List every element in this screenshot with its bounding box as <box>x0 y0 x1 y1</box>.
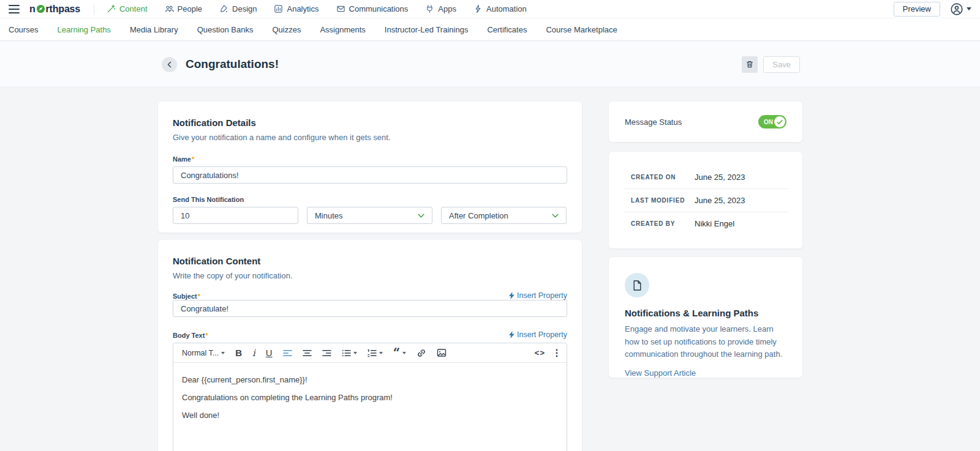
subnav-item-learning-paths[interactable]: Learning Paths <box>57 25 110 34</box>
body-text-label: Body Text* <box>173 332 208 339</box>
primary-nav: Content People Design Analytics Communic… <box>107 4 527 13</box>
required-asterisk: * <box>192 155 194 163</box>
chevron-down-icon <box>221 352 225 354</box>
notification-details-card: Notification Details Give your notificat… <box>158 102 582 233</box>
link-button[interactable] <box>417 348 426 358</box>
bullet-list-button[interactable] <box>342 349 357 357</box>
app-window: n rthpass Content People Design Analytic… <box>0 0 980 451</box>
page-header: Congratulations! Save <box>0 42 980 88</box>
time-unit-select[interactable]: Minutes <box>307 207 432 224</box>
numbered-list-button[interactable] <box>368 349 383 357</box>
message-status-toggle[interactable]: ON <box>758 115 786 129</box>
bolt-icon <box>509 292 514 299</box>
body-text-editor-area[interactable]: Dear {{current_person.first_name}}! Cong… <box>173 363 567 451</box>
editor-paragraph: Well done! <box>182 411 558 420</box>
plug-icon <box>425 4 434 13</box>
compass-icon <box>36 4 45 13</box>
subject-input[interactable] <box>173 300 567 317</box>
name-label: Name* <box>173 155 567 163</box>
align-left-button[interactable] <box>283 349 292 357</box>
rich-text-editor: Normal T... B i U <box>173 343 567 451</box>
check-icon <box>777 119 783 125</box>
required-asterisk: * <box>205 332 208 339</box>
topbar-right-cluster: Preview <box>894 2 971 17</box>
insert-property-link-subject[interactable]: Insert Property <box>509 291 567 300</box>
subnav-item-certificates[interactable]: Certificates <box>487 25 527 34</box>
code-view-button[interactable]: <> <box>535 348 545 357</box>
align-center-button[interactable] <box>303 349 312 357</box>
divider <box>94 4 94 15</box>
account-menu[interactable] <box>950 2 971 16</box>
underline-button[interactable]: U <box>266 348 273 358</box>
card-title: Notification Details <box>173 117 567 128</box>
nav-item-design[interactable]: Design <box>219 4 257 13</box>
required-asterisk: * <box>198 293 200 300</box>
support-info-card: Notifications & Learning Paths Engage an… <box>609 257 802 378</box>
toggle-knob <box>774 116 785 127</box>
italic-button[interactable]: i <box>252 348 255 359</box>
document-icon <box>633 280 642 291</box>
save-button[interactable]: Save <box>763 56 800 73</box>
image-button[interactable] <box>437 348 447 357</box>
numbered-list-icon <box>368 349 377 357</box>
align-right-button[interactable] <box>322 349 331 357</box>
trigger-select[interactable]: After Completion <box>441 207 567 224</box>
trash-icon <box>745 60 754 69</box>
subnav-item-media-library[interactable]: Media Library <box>130 25 178 34</box>
wand-icon <box>107 4 116 13</box>
message-status-card: Message Status ON <box>609 102 802 142</box>
chevron-down-icon <box>402 352 406 354</box>
northpass-logo[interactable]: n rthpass <box>29 4 80 15</box>
send-delay-input[interactable] <box>173 207 298 224</box>
hamburger-menu-icon[interactable] <box>9 5 20 13</box>
top-navigation-bar: n rthpass Content People Design Analytic… <box>0 0 980 18</box>
insert-property-link-body[interactable]: Insert Property <box>509 330 567 339</box>
editor-toolbar: Normal T... B i U <box>173 343 567 363</box>
created-on-row: CREATED ON June 25, 2023 <box>624 165 788 188</box>
paragraph-style-dropdown[interactable]: Normal T... <box>182 349 225 357</box>
logo-text-prefix: n <box>29 4 36 15</box>
nav-item-people[interactable]: People <box>165 4 202 13</box>
bold-button[interactable]: B <box>235 348 242 358</box>
subject-label: Subject* <box>173 293 200 300</box>
quote-icon: “ <box>393 349 401 357</box>
name-input[interactable] <box>173 166 567 184</box>
view-support-article-link[interactable]: View Support Article <box>625 368 696 378</box>
bolt-icon <box>473 4 483 13</box>
subnav-item-question-banks[interactable]: Question Banks <box>197 25 254 34</box>
subnav-item-assignments[interactable]: Assignments <box>320 25 365 34</box>
back-button[interactable] <box>162 57 177 72</box>
notification-content-card: Notification Content Write the copy of y… <box>158 240 582 451</box>
design-icon <box>219 4 228 13</box>
more-options-button[interactable] <box>556 349 558 357</box>
bolt-icon <box>509 331 514 338</box>
preview-button[interactable]: Preview <box>894 2 940 17</box>
send-settings-row: Minutes After Completion <box>173 207 567 224</box>
nav-item-content[interactable]: Content <box>107 4 148 13</box>
people-icon <box>165 4 174 13</box>
nav-item-apps[interactable]: Apps <box>425 4 456 13</box>
ellipsis-vertical-icon <box>556 349 558 357</box>
subnav-item-courses[interactable]: Courses <box>9 25 38 34</box>
nav-item-communications[interactable]: Communications <box>336 4 409 13</box>
page-title: Congratulations! <box>186 58 279 71</box>
chevron-down-icon <box>418 214 424 218</box>
chevron-down-icon <box>552 214 559 218</box>
chevron-down-icon <box>353 352 357 354</box>
subnav-item-course-marketplace[interactable]: Course Marketplace <box>546 25 617 34</box>
card-title: Notification Content <box>173 256 567 266</box>
nav-item-analytics[interactable]: Analytics <box>274 4 318 13</box>
toggle-on-label: ON <box>764 119 773 125</box>
subnav-item-quizzes[interactable]: Quizzes <box>272 25 301 34</box>
delete-button[interactable] <box>742 56 758 73</box>
send-this-notification-label: Send This Notification <box>173 196 567 203</box>
nav-item-automation[interactable]: Automation <box>473 4 527 13</box>
blockquote-button[interactable]: “ <box>393 349 407 357</box>
subnav-item-instructor-led-trainings[interactable]: Instructor-Led Trainings <box>385 25 469 34</box>
info-card-title: Notifications & Learning Paths <box>625 308 786 318</box>
align-center-icon <box>303 349 312 357</box>
info-card-body: Engage and motivate your learners. Learn… <box>625 323 786 361</box>
card-subtitle: Give your notification a name and config… <box>173 133 567 142</box>
analytics-icon <box>274 4 283 13</box>
editor-paragraph: Dear {{current_person.first_name}}! <box>182 375 558 384</box>
